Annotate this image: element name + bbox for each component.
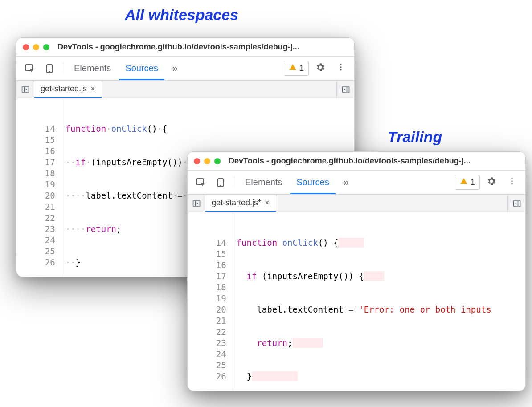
devtools-toolbar: Elements Sources » 1 [16,57,354,81]
traffic-lights [194,158,221,164]
file-tab-label: get-started.js [41,84,87,94]
warning-icon [289,63,297,73]
svg-point-5 [340,69,341,70]
left-panel-toggle[interactable] [16,81,34,98]
right-panel-toggle[interactable] [336,81,354,98]
svg-rect-8 [342,87,349,92]
file-tab[interactable]: get-started.js* × [205,195,276,212]
device-toggle-icon[interactable] [212,175,229,191]
settings-button[interactable] [311,59,330,77]
kebab-menu[interactable] [503,174,521,191]
settings-button[interactable] [482,173,501,191]
devtools-toolbar: Elements Sources » 1 [188,171,525,195]
issues-count: 1 [471,178,475,187]
separator [63,63,63,74]
tab-more[interactable]: » [337,171,355,195]
minimize-button[interactable] [204,158,210,164]
issues-badge[interactable]: 1 [284,61,309,76]
annotation-trailing: Trailing [388,128,442,146]
tab-elements[interactable]: Elements [239,171,288,194]
file-tab-label: get-started.js* [212,198,261,208]
svg-point-14 [511,180,512,182]
file-tab[interactable]: get-started.js × [34,81,102,98]
line-gutter: 14151617181920212223242526 [16,98,61,277]
svg-point-4 [340,66,341,68]
separator [234,177,234,188]
tab-elements[interactable]: Elements [68,57,117,80]
close-button[interactable] [194,158,200,164]
svg-rect-6 [22,87,29,92]
inspect-icon[interactable] [21,61,39,77]
traffic-lights [23,44,49,50]
tab-sources[interactable]: Sources [290,171,335,194]
left-panel-toggle[interactable] [188,195,205,212]
kebab-menu[interactable] [332,60,350,77]
maximize-button[interactable] [43,44,49,50]
tab-more[interactable]: » [166,57,184,81]
svg-point-15 [511,183,512,184]
tab-sources[interactable]: Sources [119,57,164,80]
titlebar: DevTools - googlechrome.github.io/devtoo… [188,152,525,171]
close-button[interactable] [23,44,29,50]
file-tab-bar: get-started.js × [16,81,354,98]
window-title: DevTools - googlechrome.github.io/devtoo… [57,42,348,52]
svg-rect-16 [193,201,200,206]
minimize-button[interactable] [33,44,39,50]
line-gutter: 14151617181920212223242526 [188,212,232,391]
devtools-window-2: DevTools - googlechrome.github.io/devtoo… [187,151,526,391]
issues-badge[interactable]: 1 [455,175,480,190]
code-editor[interactable]: 14151617181920212223242526 function onCl… [188,212,525,391]
right-panel-toggle[interactable] [507,195,525,212]
code-content[interactable]: function onClick() { if (inputsAreEmpty(… [232,212,525,391]
titlebar: DevTools - googlechrome.github.io/devtoo… [16,38,354,57]
file-tab-bar: get-started.js* × [188,195,525,212]
warning-icon [460,177,468,187]
inspect-icon[interactable] [192,175,210,191]
device-toggle-icon[interactable] [41,61,58,77]
window-title: DevTools - googlechrome.github.io/devtoo… [229,156,519,166]
maximize-button[interactable] [214,158,221,164]
svg-point-3 [340,64,341,65]
svg-rect-18 [513,201,520,206]
close-file-icon[interactable]: × [90,84,95,94]
svg-point-13 [511,178,512,179]
issues-count: 1 [299,64,304,73]
annotation-all-whitespaces: All whitespaces [125,6,238,24]
close-file-icon[interactable]: × [265,198,270,208]
